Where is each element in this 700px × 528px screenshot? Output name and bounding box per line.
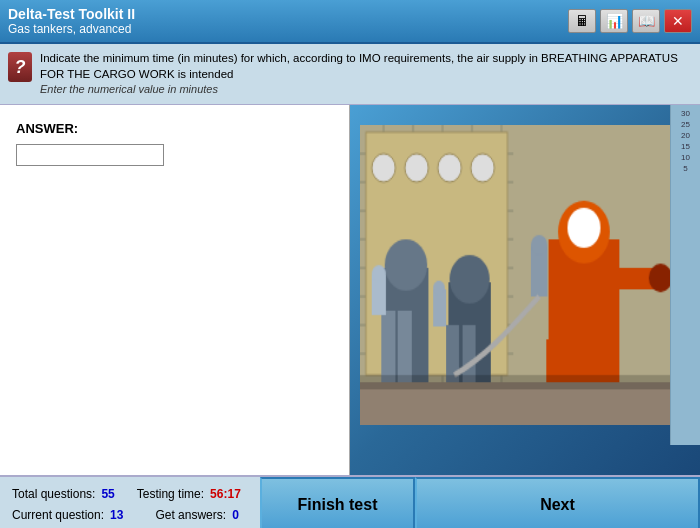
question-main-text: Indicate the minimum time (in minutes) f… <box>40 50 692 82</box>
title-icons: 🖩 📊 📖 ✕ <box>568 9 692 33</box>
total-questions-row: Total questions: 55 Testing time: 56:17 <box>12 484 248 504</box>
right-panel: 30 25 20 15 10 5 🔍 УВЕЛИЧИТЬ 🔍 КОММЕНТАР… <box>350 105 700 475</box>
get-answers-label: Get answers: <box>155 505 226 525</box>
answer-input[interactable] <box>16 144 164 166</box>
app-title: Delta-Test Toolkit II <box>8 6 135 22</box>
testing-time-value: 56:17 <box>210 484 241 504</box>
status-bar: Total questions: 55 Testing time: 56:17 … <box>0 475 700 528</box>
question-bar: ? Indicate the minimum time (in minutes)… <box>0 44 700 105</box>
close-icon[interactable]: ✕ <box>664 9 692 33</box>
testing-time-label: Testing time: <box>137 484 204 504</box>
side-minimap: 30 25 20 15 10 5 <box>670 105 700 445</box>
current-question-row: Current question: 13 Get answers: 0 <box>12 505 248 525</box>
answer-label: ANSWER: <box>16 121 333 136</box>
finish-test-button[interactable]: Finish test <box>260 477 415 528</box>
app-subtitle: Gas tankers, advanced <box>8 22 135 36</box>
total-questions-label: Total questions: <box>12 484 95 504</box>
question-hint: Enter the numerical value in minutes <box>40 82 692 97</box>
next-button[interactable]: Next <box>415 477 700 528</box>
current-question-value: 13 <box>110 505 123 525</box>
left-panel: ANSWER: <box>0 105 350 475</box>
photo-image <box>360 125 690 425</box>
question-icon: ? <box>8 52 32 82</box>
stats-left: Total questions: 55 Testing time: 56:17 … <box>0 477 260 528</box>
book-icon[interactable]: 📖 <box>632 9 660 33</box>
title-bar: Delta-Test Toolkit II Gas tankers, advan… <box>0 0 700 44</box>
calculator-icon[interactable]: 🖩 <box>568 9 596 33</box>
main-content: ANSWER: 30 25 20 15 10 5 🔍 УВЕЛИЧИТЬ 🔍 К… <box>0 105 700 475</box>
get-answers-value: 0 <box>232 505 239 525</box>
total-questions-value: 55 <box>101 484 114 504</box>
current-question-label: Current question: <box>12 505 104 525</box>
question-text: Indicate the minimum time (in minutes) f… <box>40 50 692 98</box>
title-text: Delta-Test Toolkit II Gas tankers, advan… <box>8 6 135 36</box>
chart-icon[interactable]: 📊 <box>600 9 628 33</box>
